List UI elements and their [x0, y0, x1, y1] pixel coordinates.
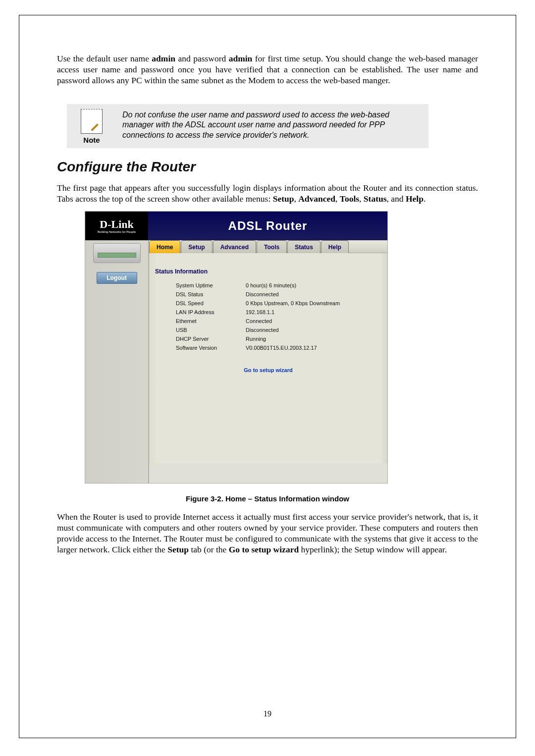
router-body: Logout Home Setup Advanced Tools Status …: [85, 240, 387, 483]
row-value: 0 Kbps Upstream, 0 Kbps Downstream: [242, 300, 381, 306]
text: hyperlink); the Setup window will appear…: [299, 544, 447, 554]
row-value: 0 hour(s) 6 minute(s): [242, 282, 381, 288]
title-cell: ADSL Router: [148, 212, 387, 240]
row-label: USB: [155, 327, 242, 333]
row-label: Software Version: [155, 345, 242, 351]
tab-row: Home Setup Advanced Tools Status Help: [149, 240, 387, 253]
figure-caption: Figure 3-2. Home – Status Information wi…: [57, 494, 478, 503]
note-icon: [81, 109, 103, 134]
row-label: DSL Status: [155, 291, 242, 297]
password-bold: admin: [229, 54, 253, 63]
text: tab (or the: [189, 544, 229, 554]
table-row: USBDisconnected: [155, 325, 381, 334]
router-ui: D-Link Building Networks for People ADSL…: [85, 211, 388, 484]
section-heading: Configure the Router: [57, 159, 478, 175]
sep: ,: [359, 194, 364, 204]
row-label: DSL Speed: [155, 300, 242, 306]
after-heading-paragraph: The first page that appears after you su…: [57, 183, 478, 205]
brand-logo: D-Link: [100, 219, 133, 230]
spacer: [155, 373, 381, 457]
tab-name: Setup: [273, 194, 294, 204]
tab-home[interactable]: Home: [149, 240, 180, 253]
setup-bold: Setup: [167, 544, 189, 554]
table-row: DSL StatusDisconnected: [155, 290, 381, 299]
note-text: Do not confuse the user name and passwor…: [113, 109, 423, 141]
tab-tools[interactable]: Tools: [257, 240, 287, 253]
table-row: DHCP ServerRunning: [155, 334, 381, 343]
tab-setup[interactable]: Setup: [181, 240, 212, 253]
row-label: LAN IP Address: [155, 309, 242, 315]
row-value: Disconnected: [242, 291, 381, 297]
username-bold: admin: [152, 54, 175, 63]
note-box: Note Do not confuse the user name and pa…: [67, 104, 428, 148]
brand-cell: D-Link Building Networks for People: [85, 212, 148, 240]
modem-image: [93, 243, 141, 263]
tab-name: Status: [364, 194, 387, 204]
content-area: Use the default user name admin and pass…: [57, 54, 478, 562]
router-header: D-Link Building Networks for People ADSL…: [85, 212, 387, 240]
table-row: LAN IP Address192.168.1.1: [155, 308, 381, 317]
tab-help[interactable]: Help: [321, 240, 349, 253]
closing-paragraph: When the Router is used to provide Inter…: [57, 512, 478, 555]
text: and password: [175, 54, 229, 63]
row-value: 192.168.1.1: [242, 309, 381, 315]
page-number: 19: [0, 709, 535, 718]
row-value: V0.00B01T15.EU.2003.12.17: [242, 345, 381, 351]
main-inner: Status Information System Uptime0 hour(s…: [149, 253, 387, 463]
logout-button[interactable]: Logout: [97, 272, 137, 284]
main-panel: Home Setup Advanced Tools Status Help St…: [148, 240, 387, 483]
sidebar: Logout: [85, 240, 148, 483]
row-value: Connected: [242, 318, 381, 324]
text: Use the default user name: [57, 54, 152, 63]
sep: ,: [294, 194, 298, 204]
row-value: Disconnected: [242, 327, 381, 333]
row-label: System Uptime: [155, 282, 242, 288]
router-title: ADSL Router: [228, 219, 308, 233]
intro-paragraph: Use the default user name admin and pass…: [57, 54, 478, 86]
setup-wizard-link[interactable]: Go to setup wizard: [155, 367, 381, 373]
tab-advanced[interactable]: Advanced: [213, 240, 256, 253]
sep: ,: [335, 194, 340, 204]
note-icon-column: Note: [70, 109, 113, 144]
note-caption: Note: [83, 136, 100, 144]
row-label: Ethernet: [155, 318, 242, 324]
tab-name: Tools: [340, 194, 359, 204]
row-label: DHCP Server: [155, 336, 242, 342]
tab-name: Advanced: [298, 194, 335, 204]
status-table: System Uptime0 hour(s) 6 minute(s) DSL S…: [155, 281, 381, 352]
table-row: Software VersionV0.00B01T15.EU.2003.12.1…: [155, 343, 381, 352]
sep: , and: [387, 194, 406, 204]
table-row: EthernetConnected: [155, 317, 381, 325]
tab-status[interactable]: Status: [287, 240, 321, 253]
table-row: DSL Speed0 Kbps Upstream, 0 Kbps Downstr…: [155, 299, 381, 308]
status-section-title: Status Information: [155, 268, 381, 275]
tab-name: Help: [406, 194, 424, 204]
table-row: System Uptime0 hour(s) 6 minute(s): [155, 281, 381, 290]
brand-tagline: Building Networks for People: [98, 230, 136, 233]
text: .: [424, 194, 426, 204]
row-value: Running: [242, 336, 381, 342]
wizard-bold: Go to setup wizard: [229, 544, 299, 554]
pencil-icon: [91, 122, 100, 131]
